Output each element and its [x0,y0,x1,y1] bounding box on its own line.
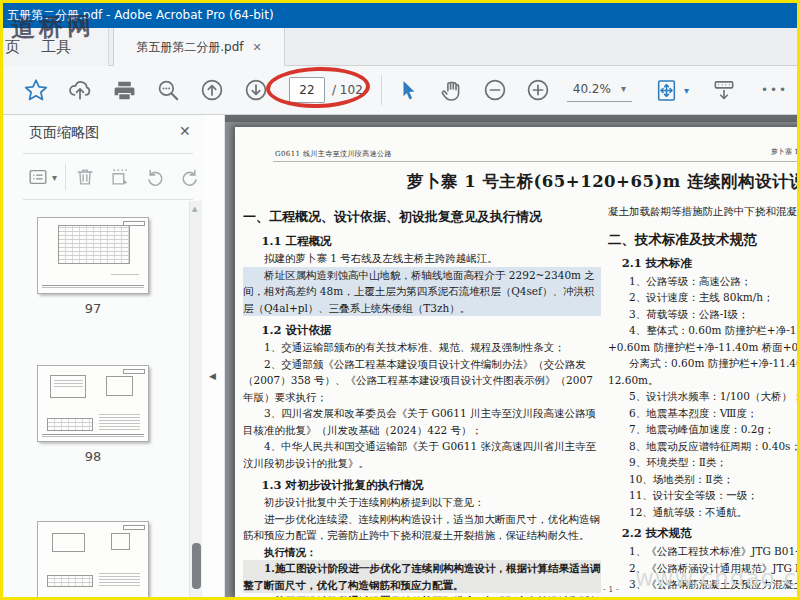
share-upload-icon [67,77,93,103]
main-toolbar: 22 / 102 40.2% ▾ ▾ ••• [3,66,797,115]
section-2-heading: 二、技术标准及技术规范 [608,228,797,250]
close-icon[interactable]: ✕ [179,123,191,139]
acrobat-window: 五册第二分册.pdf - Adobe Acrobat Pro (64-bit) … [0,0,800,600]
paragraph: 凝土加载龄期等措施防止跨中下挠和混凝土开裂， [608,203,797,220]
zoom-level-dropdown[interactable]: 40.2% ▾ [567,79,632,102]
site-watermark-bottom: www.cndao.com [635,565,797,591]
thumbnail-mock-text [99,414,141,432]
pdf-page[interactable]: G0611 线川主寺至汶川段高速公路 萝卜寨 1 萝卜寨 1 号主桥(65+12… [235,127,797,597]
next-page-button[interactable] [243,77,269,103]
tab-bar: 页 工具 第五册第二分册.pdf ✕ [3,28,797,66]
scrollbar-thumb[interactable] [192,543,201,589]
thumbnail-mock-titleblock [123,525,145,530]
panel-divider[interactable]: ◀ [203,115,225,597]
hide-toolbar-button[interactable] [711,77,737,103]
thumbnail-mock-titleblock [123,369,145,374]
thumbnail-mock-diagram-lines [54,378,83,389]
reference-item: 1、《公路工程技术标准》JTG B01-2014 [608,543,797,560]
tab-document-label: 第五册第二分册.pdf [136,39,243,56]
fixed-tabs: 页 工具 [3,28,109,66]
panel-separator [23,199,193,200]
zoom-in-button[interactable] [525,77,551,103]
thumbnail-page-97[interactable] [37,217,149,294]
list-item: 3、四川省发展和改革委员会《关于 G0611 川主寺至汶川段高速公路项目核准的批… [243,405,601,438]
thumbnail-list: 97 98 [3,201,203,597]
section-1-1-heading: 1.1 工程概况 [243,232,601,250]
share-button[interactable] [67,77,93,103]
tab-home-partial[interactable]: 页 [5,38,27,57]
paragraph: 初步设计批复中关于连续刚构桥提到以下意见： [243,494,601,511]
star-icon [23,77,49,103]
doc-right-column: 凝土加载龄期等措施防止跨中下挠和混凝土开裂， 二、技术标准及技术规范 2.1 技… [608,203,797,593]
fit-page-icon [654,78,679,103]
thumbnail-mock-titleblock [123,221,145,226]
panel-separator [23,153,193,154]
tab-close-icon[interactable]: ✕ [253,41,262,54]
thumbnail-options-button[interactable]: ▾ [27,166,57,188]
print-icon [112,78,137,103]
rotate-right-icon [179,166,201,188]
list-item: 3、荷载等级：公路-Ⅰ级； [608,306,797,323]
viewport-shadow-band [225,115,797,122]
crop-page-button[interactable] [109,166,131,188]
tab-document[interactable]: 第五册第二分册.pdf ✕ [113,28,285,67]
collapse-panel-icon[interactable]: ◀ [209,371,216,381]
panel-toolbar: ▾ [3,155,203,199]
zoom-out-button[interactable] [482,77,508,103]
previous-page-button[interactable] [199,77,225,103]
title-bar[interactable]: 五册第二分册.pdf - Adobe Acrobat Pro (64-bit) [3,3,797,28]
fit-page-button[interactable] [654,77,680,103]
select-arrow-icon [396,78,421,103]
list-item: 9、环境类型：Ⅱ类； [608,454,797,471]
rotate-right-button[interactable] [179,166,201,188]
chevron-down-icon[interactable]: ▾ [684,85,689,96]
trash-icon [74,166,96,188]
thumbnail-mock-table [47,575,93,587]
section-1-3-heading: 1.3 对初步设计批复的执行情况 [243,476,601,494]
doc-running-header-left: G0611 线川主寺至汶川段高速公路 [275,149,392,159]
document-viewport[interactable]: G0611 线川主寺至汶川段高速公路 萝卜寨 1 萝卜寨 1 号主桥(65+12… [225,115,797,597]
thumbnail-page-label: 97 [37,301,149,316]
thumbnail-page-99[interactable] [37,521,149,598]
list-item: +0.60m 防撞护栏+净-11.40m 桥面+0.60m 防撞护栏 [608,339,797,356]
doc-header-rule [273,161,797,162]
section-2-2-heading: 2.2 技术规范 [608,523,797,543]
thumbnail-mock-border [42,434,143,437]
panel-toolbar-separator [65,164,66,190]
list-item: 12、通航等级：不通航。 [608,504,797,521]
thumbnail-mock-border [42,285,143,288]
thumbnail-mock-note [111,274,140,277]
search-button[interactable] [155,77,181,103]
list-item: 1、公路等级：高速公路； [608,273,797,290]
thumbnail-page-98[interactable] [37,365,149,442]
zoom-out-icon [482,77,508,103]
list-item: 8、地震动反应谱特征周期：0.40s； [608,438,797,455]
list-item: 1、交通运输部颁布的有关技术标准、规范、规程及强制性条文； [243,339,601,356]
scroll-up-arrow-icon[interactable]: ▲ [192,205,197,213]
list-item: 2、交通部颁《公路工程基本建设项目设计文件编制办法》（交公路发（2007）358… [243,356,601,406]
more-tools-button[interactable]: ••• [761,83,788,97]
thumbnail-mock-diagram [111,533,131,550]
hand-tool-button[interactable] [439,77,465,103]
chevron-down-icon: ▾ [52,172,57,183]
list-item: 4、中华人民共和国交通运输部《关于 G0611 张汶高速四川省川主寺至汶川段初步… [243,438,601,471]
zoom-level-value: 40.2% [573,82,611,96]
list-item: 7、地震动峰值加速度：0.2g； [608,421,797,438]
thumbnail-mock-diagram [52,533,85,553]
doc-title: 萝卜寨 1 号主桥(65+120+65)m 连续刚构设计说明 [295,171,797,193]
rotate-left-icon [144,166,166,188]
list-item: 12.60m。 [608,372,797,389]
window-title: 五册第二分册.pdf - Adobe Acrobat Pro (64-bit) [7,8,274,22]
thumbnail-mock-text [99,572,141,589]
favorite-star-button[interactable] [23,77,49,103]
thumbnail-mock-diagram [50,375,86,398]
panel-header: 页面缩略图 ✕ [3,115,203,153]
print-button[interactable] [111,77,137,103]
delete-page-button[interactable] [74,166,96,188]
rotate-left-button[interactable] [144,166,166,188]
section-2-1-heading: 2.1 技术标准 [608,253,797,273]
selection-tool-button[interactable] [396,77,422,103]
tab-tools[interactable]: 工具 [41,38,71,57]
panel-scrollbar[interactable]: ▲ [189,201,202,597]
panel-title: 页面缩略图 [29,124,99,142]
